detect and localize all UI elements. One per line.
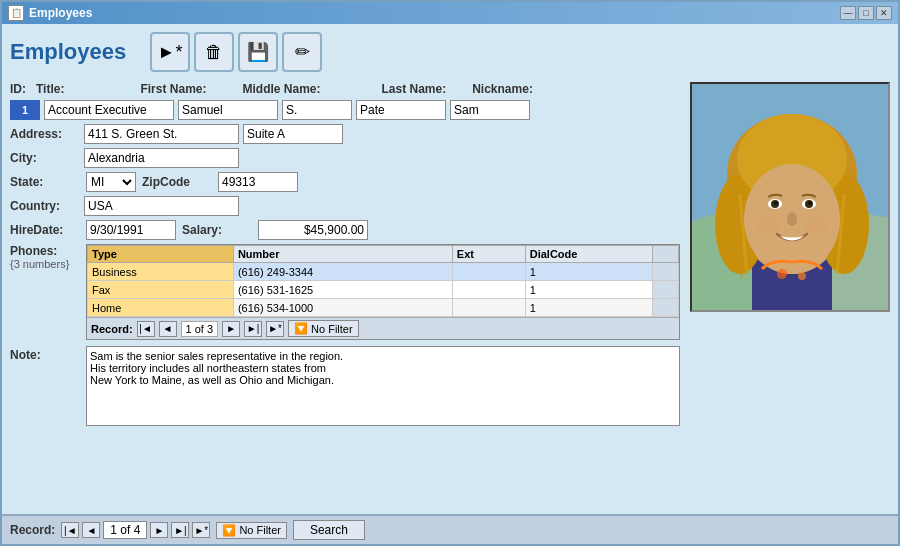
status-next-btn[interactable]: ► [150, 522, 168, 538]
phones-cell-type: Home [88, 299, 234, 317]
title-field[interactable] [44, 100, 174, 120]
middle-name-field[interactable] [282, 100, 352, 120]
save-button[interactable]: 💾 [238, 32, 278, 72]
status-first-btn[interactable]: |◄ [61, 522, 79, 538]
title-bar: 📋 Employees — □ ✕ [2, 2, 898, 24]
status-bar: Record: |◄ ◄ 1 of 4 ► ►| ►* 🔽 No Filter … [2, 514, 898, 544]
app-header: Employees ►* 🗑 💾 ✏ [10, 32, 890, 72]
app-title: Employees [10, 39, 140, 65]
phones-cell-dialcode: 1 [525, 263, 653, 281]
scroll-header [653, 246, 679, 263]
salary-label: Salary: [182, 223, 252, 237]
form-left: ID: Title: First Name: Middle Name: Last… [10, 82, 680, 426]
window-controls: — □ ✕ [840, 6, 892, 20]
form-right [690, 82, 890, 426]
phones-cell-number: (616) 249-3344 [233, 263, 452, 281]
status-last-btn[interactable]: ►| [171, 522, 189, 538]
status-no-filter-btn[interactable]: 🔽 No Filter [216, 522, 287, 539]
window-icon: 📋 [8, 5, 24, 21]
phones-no-filter-label: No Filter [311, 323, 353, 335]
hiredate-field[interactable] [86, 220, 176, 240]
phones-col-ext: Ext [452, 246, 525, 263]
phones-table: Type Number Ext DialCode B [87, 245, 679, 317]
phones-cell-dialcode: 1 [525, 299, 653, 317]
state-select[interactable]: MI [86, 172, 136, 192]
zipcode-label: ZipCode [142, 175, 212, 189]
toolbar: ►* 🗑 💾 ✏ [150, 32, 322, 72]
phones-col-dialcode: DialCode [525, 246, 653, 263]
phones-next-btn[interactable]: ► [222, 321, 240, 337]
close-button[interactable]: ✕ [876, 6, 892, 20]
state-label: State: [10, 175, 80, 189]
phones-row[interactable]: Home (616) 534-1000 1 [88, 299, 679, 317]
phones-prev-btn[interactable]: ◄ [159, 321, 177, 337]
svg-point-17 [755, 218, 779, 234]
status-filter-icon: 🔽 [222, 524, 236, 537]
id-value: 1 [10, 100, 40, 120]
phones-cell-dialcode: 1 [525, 281, 653, 299]
svg-point-20 [798, 272, 806, 280]
hiredate-label: HireDate: [10, 223, 80, 237]
phones-cell-ext [452, 281, 525, 299]
city-field[interactable] [84, 148, 239, 168]
country-field[interactable] [84, 196, 239, 216]
title-label: Title: [36, 82, 64, 96]
status-record-label: Record: [10, 523, 55, 537]
phones-new-btn[interactable]: ►* [266, 321, 284, 337]
filter-icon: 🔽 [294, 322, 308, 335]
phones-col-type: Type [88, 246, 234, 263]
status-new-btn[interactable]: ►* [192, 522, 210, 538]
window-title: Employees [29, 6, 92, 20]
delete-button[interactable]: 🗑 [194, 32, 234, 72]
status-record-value: 1 of 4 [103, 521, 147, 539]
maximize-button[interactable]: □ [858, 6, 874, 20]
status-prev-btn[interactable]: ◄ [82, 522, 100, 538]
country-label: Country: [10, 199, 80, 213]
minimize-button[interactable]: — [840, 6, 856, 20]
main-window: 📋 Employees — □ ✕ Employees ►* 🗑 💾 ✏ [0, 0, 900, 546]
phones-cell-ext [452, 299, 525, 317]
city-label: City: [10, 151, 80, 165]
note-field[interactable] [86, 346, 680, 426]
last-name-label: Last Name: [382, 82, 447, 96]
middle-name-label: Middle Name: [242, 82, 320, 96]
status-no-filter-label: No Filter [239, 524, 281, 536]
id-label: ID: [10, 82, 26, 96]
new-record-button[interactable]: ►* [150, 32, 190, 72]
svg-point-16 [787, 212, 797, 226]
salary-field[interactable] [258, 220, 368, 240]
phones-cell-type: Fax [88, 281, 234, 299]
phones-last-btn[interactable]: ►| [244, 321, 262, 337]
search-button[interactable]: Search [293, 520, 365, 540]
phones-no-filter-btn[interactable]: 🔽 No Filter [288, 320, 359, 337]
phones-table-container: Type Number Ext DialCode B [86, 244, 680, 340]
form-area: ID: Title: First Name: Middle Name: Last… [10, 82, 890, 426]
last-name-field[interactable] [356, 100, 446, 120]
phones-row[interactable]: Fax (616) 531-1625 1 [88, 281, 679, 299]
nickname-field[interactable] [450, 100, 530, 120]
title-bar-left: 📋 Employees [8, 5, 92, 21]
phones-cell-scroll [653, 299, 679, 317]
nickname-label: Nickname: [472, 82, 533, 96]
status-nav: |◄ ◄ 1 of 4 ► ►| ►* [61, 521, 210, 539]
svg-point-14 [774, 201, 778, 205]
first-name-field[interactable] [178, 100, 278, 120]
zipcode-field[interactable] [218, 172, 298, 192]
phones-record-bar: Record: |◄ ◄ 1 of 3 ► ►| ►* 🔽 No Filter [87, 317, 679, 339]
phones-row[interactable]: Business (616) 249-3344 1 [88, 263, 679, 281]
photo-svg [692, 84, 890, 312]
phones-cell-scroll [653, 263, 679, 281]
employee-photo [690, 82, 890, 312]
address-label: Address: [10, 127, 80, 141]
content-area: Employees ►* 🗑 💾 ✏ ID: Title: First Name… [2, 24, 898, 514]
phones-cell-type: Business [88, 263, 234, 281]
address1-field[interactable] [84, 124, 239, 144]
phones-count: {3 numbers} [10, 258, 80, 270]
edit-button[interactable]: ✏ [282, 32, 322, 72]
first-name-label: First Name: [140, 82, 206, 96]
phones-cell-number: (616) 534-1000 [233, 299, 452, 317]
address2-field[interactable] [243, 124, 343, 144]
phones-first-btn[interactable]: |◄ [137, 321, 155, 337]
phones-label: Phones: [10, 244, 80, 258]
phones-record-pos: 1 of 3 [181, 321, 219, 337]
